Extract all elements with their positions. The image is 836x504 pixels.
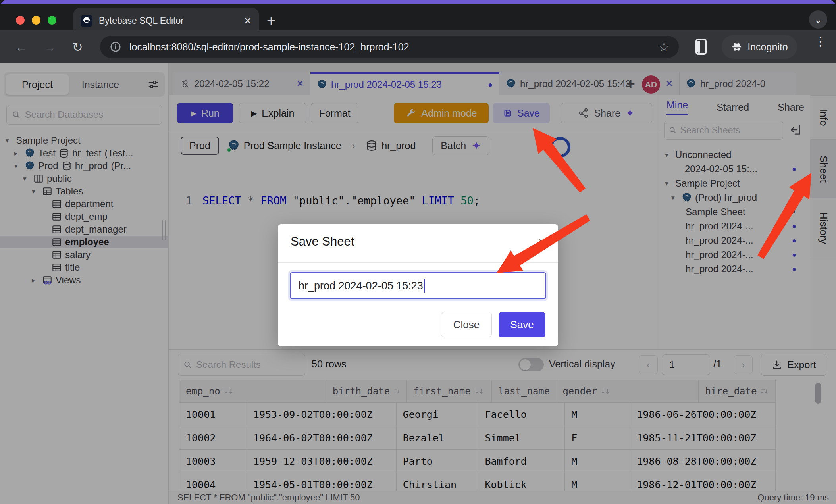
incognito-icon (731, 41, 743, 53)
macos-close-button[interactable] (16, 16, 25, 25)
save-sheet-dialog: Save Sheet ✕ hr_prod 2024-02-05 15:23 Cl… (278, 224, 558, 346)
browser-tab-close-icon[interactable]: ✕ (244, 15, 252, 27)
reload-icon[interactable]: ↻ (72, 40, 83, 55)
site-info-icon[interactable] (110, 41, 121, 53)
dialog-close-button[interactable]: Close (441, 312, 492, 337)
macos-minimize-button[interactable] (32, 16, 40, 25)
url-text: localhost:8080/sql-editor/prod-sample-in… (129, 41, 654, 53)
browser-window: Bytebase SQL Editor ✕ + ⌄ ← → ↻ localhos… (0, 0, 836, 504)
bookmark-star-icon[interactable]: ☆ (659, 40, 669, 54)
dialog-divider (278, 262, 558, 263)
side-panel-icon[interactable] (695, 39, 707, 55)
dialog-title: Save Sheet (291, 235, 354, 249)
window-accent-strip (0, 0, 836, 4)
dialog-close-icon[interactable]: ✕ (538, 236, 547, 249)
address-bar[interactable]: localhost:8080/sql-editor/prod-sample-in… (100, 36, 679, 58)
macos-zoom-button[interactable] (48, 16, 56, 25)
dialog-save-button[interactable]: Save (499, 312, 545, 337)
text-caret (424, 279, 425, 293)
browser-new-tab-button[interactable]: + (267, 12, 275, 29)
browser-titlebar: Bytebase SQL Editor ✕ + ⌄ (0, 4, 836, 30)
browser-tab-title: Bytebase SQL Editor (99, 15, 240, 26)
sheet-name-input[interactable]: hr_prod 2024-02-05 15:23 (290, 272, 546, 299)
forward-icon[interactable]: → (43, 40, 56, 54)
browser-menu-icon[interactable]: ⋮ (815, 39, 826, 44)
incognito-badge: Incognito (722, 35, 797, 59)
bytebase-favicon (81, 15, 92, 27)
browser-navbar: ← → ↻ localhost:8080/sql-editor/prod-sam… (0, 30, 836, 63)
incognito-label: Incognito (747, 41, 788, 53)
tab-search-chevron-icon[interactable]: ⌄ (809, 10, 827, 29)
sheet-name-value: hr_prod 2024-02-05 15:23 (299, 280, 423, 292)
back-icon[interactable]: ← (15, 40, 28, 54)
